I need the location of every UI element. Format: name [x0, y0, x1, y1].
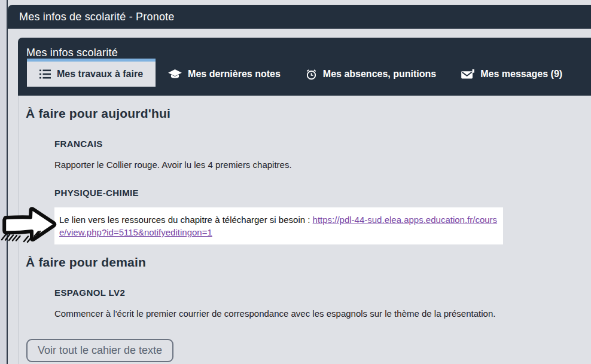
alarm-clock-icon	[306, 69, 317, 80]
subject-label: FRANCAIS	[54, 139, 591, 149]
subject-label: ESPAGNOL LV2	[54, 287, 591, 298]
tab-label: Mes absences, punitions	[323, 69, 436, 79]
homework-entry-espagnol: ESPAGNOL LV2 Commencer à l'écrit le prem…	[54, 287, 591, 319]
tab-mes-travaux-a-faire[interactable]: Mes travaux à faire	[27, 59, 156, 87]
section-heading-demain: À faire pour demain	[26, 255, 591, 270]
tab-bar: Mes travaux à faire Mes dernières notes	[18, 59, 591, 87]
homework-text: Rapporter le Collier rouge. Avoir lu les…	[54, 160, 591, 170]
graduation-cap-icon	[168, 69, 182, 79]
widget-title: Mes infos scolarité	[18, 38, 591, 59]
window-title: Mes infos de scolarité - Pronote	[19, 11, 175, 23]
homework-entry-physique-chimie: PHYSIQUE-CHIMIE Le lien vers les ressour…	[54, 188, 591, 244]
tab-panel-travaux-a-faire: À faire pour aujourd'hui FRANCAIS Rappor…	[18, 96, 591, 364]
voir-cahier-de-texte-button[interactable]: Voir tout le cahier de texte	[26, 339, 173, 362]
heading-emphasis: aujourd'hui	[101, 106, 170, 120]
heading-emphasis: demain	[101, 255, 146, 269]
section-heading-aujourdhui: À faire pour aujourd'hui	[26, 106, 591, 121]
tab-mes-messages[interactable]: Mes messages (9)	[449, 59, 575, 87]
widget-header: Mes infos scolarité Mes travaux à faire	[18, 38, 591, 96]
subject-label: PHYSIQUE-CHIMIE	[54, 188, 591, 198]
homework-entry-francais: FRANCAIS Rapporter le Collier rouge. Avo…	[54, 139, 591, 170]
tab-mes-absences-punitions[interactable]: Mes absences, punitions	[293, 59, 449, 87]
tab-label: Mes travaux à faire	[57, 69, 143, 79]
homework-text: Le lien vers les ressources du chapitre …	[59, 215, 313, 225]
list-icon	[39, 69, 51, 79]
heading-prefix: À faire pour	[26, 106, 101, 120]
page-left-margin	[0, 0, 7, 364]
tab-mes-dernieres-notes[interactable]: Mes dernières notes	[156, 59, 293, 87]
homework-text: Commencer à l'écrit le premier courrier …	[54, 308, 591, 319]
heading-prefix: À faire pour	[26, 255, 101, 269]
envelope-icon	[461, 69, 474, 79]
tab-label: Mes messages (9)	[480, 69, 562, 79]
scolarite-widget: Mes infos scolarité Mes travaux à faire	[18, 38, 591, 364]
page-left-border	[7, 0, 8, 364]
homework-link-box: Le lien vers les ressources du chapitre …	[54, 207, 503, 244]
tab-label: Mes dernières notes	[188, 69, 281, 79]
window-titlebar: Mes infos de scolarité - Pronote	[8, 5, 591, 29]
